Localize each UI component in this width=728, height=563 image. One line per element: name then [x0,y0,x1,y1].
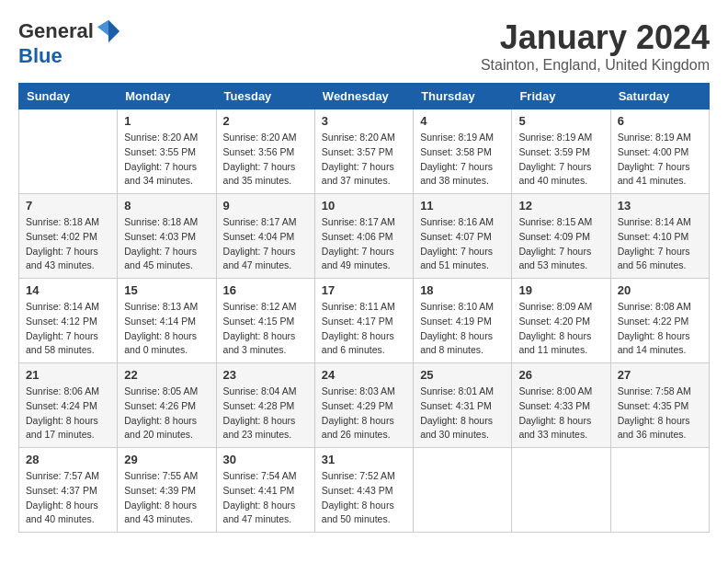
day-info: Sunrise: 8:09 AMSunset: 4:20 PMDaylight:… [518,300,603,358]
day-info: Sunrise: 8:18 AMSunset: 4:02 PMDaylight:… [26,215,110,273]
calendar-cell: 22Sunrise: 8:05 AMSunset: 4:26 PMDayligh… [118,363,216,448]
logo-general: General [18,19,94,43]
day-number: 30 [223,453,308,466]
calendar-cell [512,448,610,533]
day-number: 10 [322,199,406,213]
calendar-week-3: 14Sunrise: 8:14 AMSunset: 4:12 PMDayligh… [19,279,710,363]
calendar-cell: 4Sunrise: 8:19 AMSunset: 3:58 PMDaylight… [414,109,512,194]
calendar-cell: 21Sunrise: 8:06 AMSunset: 4:24 PMDayligh… [19,363,118,448]
day-info: Sunrise: 8:17 AMSunset: 4:06 PMDaylight:… [322,215,406,273]
day-number: 21 [26,368,110,382]
day-info: Sunrise: 8:03 AMSunset: 4:29 PMDaylight:… [322,385,406,442]
calendar-cell: 30Sunrise: 7:54 AMSunset: 4:41 PMDayligh… [216,448,314,533]
header-saturday: Saturday [610,84,709,109]
calendar-cell: 14Sunrise: 8:14 AMSunset: 4:12 PMDayligh… [19,279,118,363]
day-info: Sunrise: 8:16 AMSunset: 4:07 PMDaylight:… [420,215,505,273]
calendar-header-row: SundayMondayTuesdayWednesdayThursdayFrid… [19,84,710,109]
day-info: Sunrise: 8:12 AMSunset: 4:15 PMDaylight:… [223,300,308,358]
calendar-cell: 7Sunrise: 8:18 AMSunset: 4:02 PMDaylight… [19,194,118,279]
day-number: 2 [223,114,308,128]
day-info: Sunrise: 8:14 AMSunset: 4:10 PMDaylight:… [618,215,702,273]
day-info: Sunrise: 7:57 AMSunset: 4:37 PMDaylight:… [26,469,110,527]
calendar-cell: 26Sunrise: 8:00 AMSunset: 4:33 PMDayligh… [512,363,610,448]
day-info: Sunrise: 8:11 AMSunset: 4:17 PMDaylight:… [322,300,406,358]
day-info: Sunrise: 8:01 AMSunset: 4:31 PMDaylight:… [420,385,505,442]
day-number: 7 [26,199,110,213]
day-info: Sunrise: 8:20 AMSunset: 3:56 PMDaylight:… [223,131,308,189]
calendar-cell: 6Sunrise: 8:19 AMSunset: 4:00 PMDaylight… [610,109,709,194]
day-number: 5 [518,114,603,128]
header-tuesday: Tuesday [216,84,314,109]
header-sunday: Sunday [19,84,118,109]
title-block: January 2024 Stainton, England, United K… [481,18,710,74]
day-number: 11 [420,199,505,213]
day-number: 22 [124,368,209,382]
calendar-cell: 23Sunrise: 8:04 AMSunset: 4:28 PMDayligh… [216,363,314,448]
day-info: Sunrise: 7:52 AMSunset: 4:43 PMDaylight:… [322,469,406,527]
header-friday: Friday [512,84,610,109]
calendar-cell: 15Sunrise: 8:13 AMSunset: 4:14 PMDayligh… [118,279,216,363]
calendar-cell: 19Sunrise: 8:09 AMSunset: 4:20 PMDayligh… [512,279,610,363]
calendar-cell: 27Sunrise: 7:58 AMSunset: 4:35 PMDayligh… [610,363,709,448]
day-info: Sunrise: 8:18 AMSunset: 4:03 PMDaylight:… [124,215,209,273]
calendar-week-5: 28Sunrise: 7:57 AMSunset: 4:37 PMDayligh… [19,448,710,533]
day-number: 14 [26,283,110,297]
day-number: 4 [420,114,505,128]
calendar-cell: 3Sunrise: 8:20 AMSunset: 3:57 PMDaylight… [314,109,413,194]
header-wednesday: Wednesday [314,84,413,109]
header-monday: Monday [118,84,216,109]
day-number: 29 [124,453,209,466]
calendar-cell: 1Sunrise: 8:20 AMSunset: 3:55 PMDaylight… [118,109,216,194]
day-info: Sunrise: 8:19 AMSunset: 3:58 PMDaylight:… [420,131,505,189]
calendar-cell: 9Sunrise: 8:17 AMSunset: 4:04 PMDaylight… [216,194,314,279]
day-number: 13 [618,199,702,213]
day-info: Sunrise: 8:10 AMSunset: 4:19 PMDaylight:… [420,300,505,358]
calendar-title: January 2024 [481,18,710,57]
calendar-cell: 10Sunrise: 8:17 AMSunset: 4:06 PMDayligh… [314,194,413,279]
svg-marker-0 [108,20,119,42]
header-thursday: Thursday [414,84,512,109]
day-number: 8 [124,199,209,213]
calendar-cell: 25Sunrise: 8:01 AMSunset: 4:31 PMDayligh… [414,363,512,448]
calendar-cell [414,448,512,533]
day-number: 16 [223,283,308,297]
day-number: 17 [322,283,406,297]
calendar-cell: 8Sunrise: 8:18 AMSunset: 4:03 PMDaylight… [118,194,216,279]
day-info: Sunrise: 8:00 AMSunset: 4:33 PMDaylight:… [518,385,603,442]
calendar-location: Stainton, England, United Kingdom [481,57,710,74]
day-info: Sunrise: 7:58 AMSunset: 4:35 PMDaylight:… [618,385,702,442]
day-info: Sunrise: 8:17 AMSunset: 4:04 PMDaylight:… [223,215,308,273]
day-info: Sunrise: 8:19 AMSunset: 4:00 PMDaylight:… [618,131,702,189]
day-number: 6 [618,114,702,128]
calendar-cell [19,109,118,194]
logo-icon [96,18,121,44]
calendar-week-4: 21Sunrise: 8:06 AMSunset: 4:24 PMDayligh… [19,363,710,448]
day-info: Sunrise: 8:08 AMSunset: 4:22 PMDaylight:… [618,300,702,358]
day-number: 28 [26,453,110,466]
day-info: Sunrise: 8:04 AMSunset: 4:28 PMDaylight:… [223,385,308,442]
svg-marker-1 [97,20,108,36]
calendar-cell: 29Sunrise: 7:55 AMSunset: 4:39 PMDayligh… [118,448,216,533]
day-info: Sunrise: 8:14 AMSunset: 4:12 PMDaylight:… [26,300,110,358]
day-number: 24 [322,368,406,382]
calendar-cell: 16Sunrise: 8:12 AMSunset: 4:15 PMDayligh… [216,279,314,363]
day-number: 25 [420,368,505,382]
day-number: 9 [223,199,308,213]
day-info: Sunrise: 8:06 AMSunset: 4:24 PMDaylight:… [26,385,110,442]
day-number: 27 [618,368,702,382]
day-number: 19 [518,283,603,297]
calendar-cell: 17Sunrise: 8:11 AMSunset: 4:17 PMDayligh… [314,279,413,363]
logo-blue: Blue [18,44,63,68]
calendar-cell: 18Sunrise: 8:10 AMSunset: 4:19 PMDayligh… [414,279,512,363]
day-info: Sunrise: 8:20 AMSunset: 3:57 PMDaylight:… [322,131,406,189]
day-info: Sunrise: 7:55 AMSunset: 4:39 PMDaylight:… [124,469,209,527]
day-info: Sunrise: 8:19 AMSunset: 3:59 PMDaylight:… [518,131,603,189]
day-info: Sunrise: 8:13 AMSunset: 4:14 PMDaylight:… [124,300,209,358]
day-info: Sunrise: 7:54 AMSunset: 4:41 PMDaylight:… [223,469,308,527]
calendar-cell: 2Sunrise: 8:20 AMSunset: 3:56 PMDaylight… [216,109,314,194]
day-number: 15 [124,283,209,297]
calendar-week-2: 7Sunrise: 8:18 AMSunset: 4:02 PMDaylight… [19,194,710,279]
calendar-cell: 28Sunrise: 7:57 AMSunset: 4:37 PMDayligh… [19,448,118,533]
logo: General Blue [18,18,121,68]
calendar-cell: 24Sunrise: 8:03 AMSunset: 4:29 PMDayligh… [314,363,413,448]
